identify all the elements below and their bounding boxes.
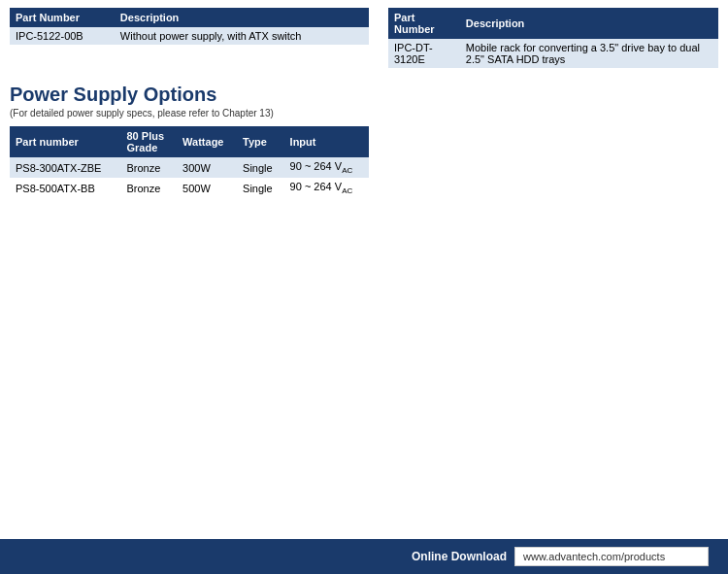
left-table-header-part: Part Number — [10, 8, 115, 27]
psu-wattage: 300W — [177, 157, 237, 178]
right-table-container: Part Number Description IPC-DT-3120E Mob… — [388, 8, 718, 68]
right-table-header-desc: Description — [460, 8, 718, 39]
psu-part-number: PS8-500ATX-BB — [10, 178, 121, 198]
left-description: Without power supply, with ATX switch — [115, 27, 369, 45]
footer-bar: Online Download www.advantech.com/produc… — [0, 539, 728, 574]
right-part-number: IPC-DT-3120E — [388, 39, 460, 68]
psu-type: Single — [237, 178, 284, 198]
section-title: Power Supply Options — [10, 84, 718, 106]
top-tables: Part Number Description IPC-5122-00B Wit… — [10, 8, 718, 68]
psu-part-number: PS8-300ATX-ZBE — [10, 157, 121, 178]
psu-header-wattage: Wattage — [177, 126, 237, 157]
footer-url: www.advantech.com/products — [514, 547, 709, 566]
psu-input: 90 ~ 264 VAC — [284, 178, 369, 198]
table-row: IPC-DT-3120E Mobile rack for converting … — [388, 39, 718, 68]
psu-grade: Bronze — [121, 178, 178, 198]
psu-input: 90 ~ 264 VAC — [284, 157, 369, 178]
psu-header-type: Type — [237, 126, 284, 157]
psu-header-part: Part number — [10, 126, 121, 157]
table-row: PS8-300ATX-ZBEBronze300WSingle90 ~ 264 V… — [10, 157, 369, 178]
right-table-header-part: Part Number — [388, 8, 460, 39]
page-content: Part Number Description IPC-5122-00B Wit… — [0, 0, 728, 256]
left-table: Part Number Description IPC-5122-00B Wit… — [10, 8, 369, 45]
section-subtitle: (For detailed power supply specs, please… — [10, 108, 718, 118]
psu-header-grade: 80 PlusGrade — [121, 126, 178, 157]
left-part-number: IPC-5122-00B — [10, 27, 115, 45]
psu-header-input: Input — [284, 126, 369, 157]
right-table: Part Number Description IPC-DT-3120E Mob… — [388, 8, 718, 68]
psu-grade: Bronze — [121, 157, 178, 178]
footer-label: Online Download — [412, 550, 507, 563]
psu-wattage: 500W — [177, 178, 237, 198]
psu-table: Part number 80 PlusGrade Wattage Type In… — [10, 126, 369, 198]
right-description: Mobile rack for converting a 3.5" drive … — [460, 39, 718, 68]
table-row: IPC-5122-00B Without power supply, with … — [10, 27, 369, 45]
left-table-container: Part Number Description IPC-5122-00B Wit… — [10, 8, 369, 68]
power-supply-section: Power Supply Options (For detailed power… — [10, 84, 718, 198]
psu-type: Single — [237, 157, 284, 178]
left-table-header-desc: Description — [115, 8, 369, 27]
table-row: PS8-500ATX-BBBronze500WSingle90 ~ 264 VA… — [10, 178, 369, 198]
